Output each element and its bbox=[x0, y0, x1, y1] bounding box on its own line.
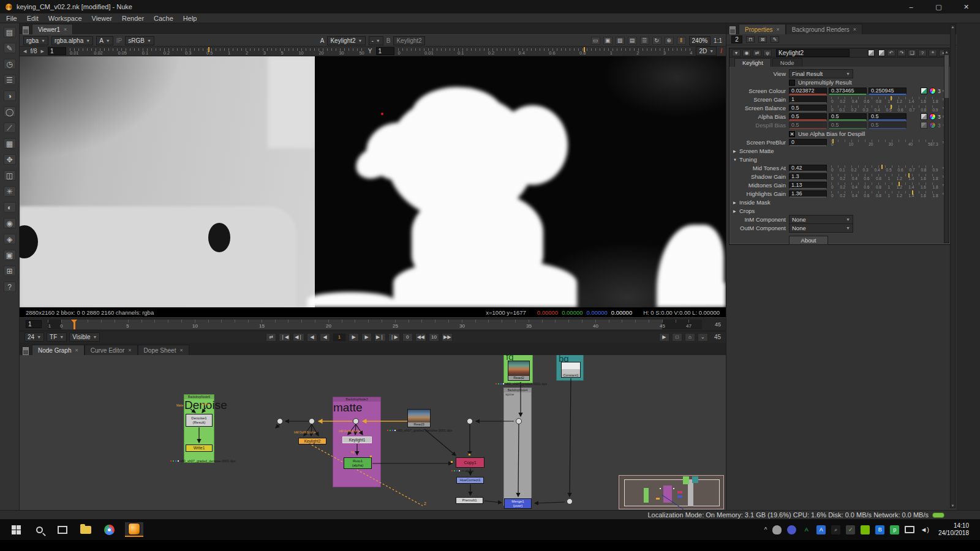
despill-wheel-icon[interactable] bbox=[929, 122, 936, 129]
timeline-ruler[interactable]: -1 0 5 10 15 20 25 30 35 40 45 47 bbox=[48, 320, 702, 329]
node-copy1[interactable]: Copy1 bbox=[456, 457, 484, 468]
word-app-icon[interactable]: A bbox=[816, 525, 826, 534]
screen-gain-slider[interactable]: 00.20.40.60.811.21.41.61.8 bbox=[831, 96, 938, 103]
tab-node[interactable]: Node bbox=[772, 58, 802, 67]
text-color-icon[interactable] bbox=[878, 50, 885, 56]
search-icon[interactable] bbox=[32, 522, 47, 537]
autodesk-icon[interactable]: A bbox=[802, 525, 811, 534]
node-graph-minimap[interactable] bbox=[619, 475, 724, 509]
despill-bias-g-field[interactable]: 0.5 bbox=[829, 122, 867, 129]
toolbar-toolsets-icon[interactable]: ▣ bbox=[4, 250, 16, 260]
toolbar-image-icon[interactable]: ▤ bbox=[4, 27, 16, 37]
highlights-gain-field[interactable]: 1.36 bbox=[789, 190, 827, 198]
node-constant1[interactable]: Constant1 bbox=[561, 362, 581, 378]
play-backward-button[interactable]: ◀ bbox=[320, 333, 330, 342]
gamma-label[interactable]: Y bbox=[368, 48, 372, 54]
panel-scrollbar[interactable]: ▲ bbox=[944, 50, 949, 243]
tab-curve-editor[interactable]: Curve Editor× bbox=[85, 345, 138, 355]
lut-dropdown[interactable]: sRGB▼ bbox=[125, 36, 154, 45]
despill-swatch-icon[interactable] bbox=[921, 122, 927, 129]
node-name-field[interactable]: Keylight2 bbox=[776, 49, 850, 57]
screen-colour-b-field[interactable]: 0.250945 bbox=[869, 88, 907, 95]
tf-dropdown[interactable]: TF▼ bbox=[47, 332, 67, 342]
disable-icon[interactable]: ◉ bbox=[742, 50, 751, 56]
center-node-icon[interactable]: ⌖ bbox=[929, 50, 937, 56]
gamma-slider[interactable]: 00.010.10.20.40.60.81234 bbox=[398, 47, 693, 56]
current-frame-field[interactable]: 1 bbox=[333, 333, 346, 342]
node-read3[interactable]: Read3 bbox=[407, 409, 431, 427]
node-read2[interactable]: Read2 bbox=[508, 361, 530, 381]
gain-next-icon[interactable]: ▶ bbox=[41, 49, 44, 54]
hide-input-icon[interactable]: ⇄ bbox=[753, 50, 761, 56]
menu-edit[interactable]: Edit bbox=[27, 15, 39, 22]
skip-back-button[interactable]: ◀◀ bbox=[415, 333, 426, 342]
sync-range-icon[interactable]: ⇄ bbox=[266, 333, 276, 342]
toolbar-merge-icon[interactable]: ▦ bbox=[4, 138, 16, 149]
tab-keylight[interactable]: Keylight bbox=[734, 58, 771, 67]
gamma-input[interactable]: 1 bbox=[376, 47, 394, 55]
colour-wheel-icon[interactable] bbox=[929, 88, 936, 94]
frame-icon[interactable]: ⊕ bbox=[665, 37, 674, 45]
screen-colour-r-field[interactable]: 0.023872 bbox=[789, 88, 827, 95]
node-keylight2[interactable]: Keylight2 bbox=[298, 438, 326, 444]
input-dropdown[interactable]: A▼ bbox=[96, 36, 113, 45]
visible-dropdown[interactable]: Visible▼ bbox=[69, 332, 100, 342]
node-premult1[interactable]: Premult1 bbox=[456, 497, 483, 504]
prev-keyframe-button[interactable]: ◀❘ bbox=[293, 333, 304, 342]
redo-icon[interactable]: ↷ bbox=[897, 50, 906, 56]
tab-dope-sheet[interactable]: Dope Sheet× bbox=[138, 345, 189, 355]
node-roto1[interactable]: Roto1(alpha) bbox=[344, 457, 372, 469]
unpremultiply-checkbox[interactable] bbox=[789, 80, 795, 86]
use-alpha-bias-checkbox[interactable]: ✕ bbox=[789, 131, 795, 137]
node-huecorrect1[interactable]: HueCorrect1 bbox=[456, 477, 484, 484]
range-in-field[interactable]: 1 bbox=[26, 320, 42, 328]
shadow-gain-slider[interactable]: 00.20.40.60.811.21.41.61.8 bbox=[831, 173, 938, 181]
screen-balance-slider[interactable]: 00.10.20.30.40.50.60.70.80.9 bbox=[831, 105, 938, 112]
toolbar-metadata-icon[interactable]: ◈ bbox=[4, 234, 16, 244]
gain-input[interactable]: 1 bbox=[48, 47, 66, 55]
despill-bias-r-field[interactable]: 0.5 bbox=[789, 122, 827, 129]
toolbar-particles-icon[interactable]: ✳ bbox=[4, 186, 16, 197]
b-input-dropdown[interactable]: Keylight2 bbox=[393, 36, 424, 45]
minimize-button[interactable]: – bbox=[897, 0, 925, 13]
disclosure-icon[interactable]: ▼ bbox=[733, 158, 739, 162]
taskbar-clock[interactable]: 14:10 24/10/2018 bbox=[938, 522, 969, 538]
screen-preblur-slider[interactable]: 010203040587.3 bbox=[831, 139, 938, 146]
shadow-gain-field[interactable]: 1.3 bbox=[789, 173, 827, 181]
toolbar-deep-icon[interactable]: ◐ bbox=[4, 202, 16, 212]
color-swatch-icon[interactable] bbox=[868, 50, 875, 56]
close-icon[interactable]: × bbox=[64, 26, 67, 32]
midtones-gain-field[interactable]: 1.13 bbox=[789, 182, 827, 189]
inm-component-dropdown[interactable]: None▼ bbox=[789, 215, 853, 224]
about-button[interactable]: About bbox=[789, 236, 828, 245]
volume-icon[interactable]: ◄) bbox=[920, 526, 929, 533]
disclosure-icon[interactable]: ▶ bbox=[733, 200, 739, 204]
capture-icon[interactable]: □ bbox=[672, 333, 682, 342]
node-write1[interactable]: Write1 bbox=[186, 444, 213, 452]
prev-frame-button[interactable]: ◀ bbox=[307, 333, 317, 342]
toolbar-transform-icon[interactable]: ✥ bbox=[4, 154, 16, 165]
playhead[interactable] bbox=[74, 320, 75, 329]
toolbar-filter-icon[interactable]: ◯ bbox=[4, 107, 16, 117]
tab-node-graph[interactable]: Node Graph× bbox=[32, 345, 85, 355]
lock-panels-icon[interactable]: ⊓ bbox=[746, 36, 755, 43]
pane-menu-icon[interactable] bbox=[23, 347, 29, 355]
node-graph-canvas[interactable]: BackdropNode6 Denoise BackdropNode3 matt… bbox=[20, 355, 726, 510]
cloud-icon[interactable] bbox=[772, 525, 782, 534]
view-dropdown[interactable]: Final Result▼ bbox=[789, 69, 853, 78]
node-merge1[interactable]: Merge1(over) bbox=[504, 498, 532, 509]
guides-icon[interactable]: ☰ bbox=[640, 37, 649, 45]
fstop-label[interactable]: f/8 bbox=[30, 48, 37, 54]
zoom-level-dropdown[interactable]: 240% bbox=[689, 36, 711, 45]
goto-end-button[interactable]: ❘▶ bbox=[388, 333, 400, 342]
lock-range-icon[interactable]: ⌂ bbox=[685, 333, 695, 342]
highlights-gain-slider[interactable]: 00.20.40.60.811.21.41.61.8 bbox=[831, 190, 938, 198]
gain-prev-icon[interactable]: ◀ bbox=[23, 49, 26, 54]
connection-dot[interactable] bbox=[353, 418, 359, 424]
chrome-icon[interactable] bbox=[102, 522, 116, 537]
pulse-icon[interactable]: p bbox=[890, 525, 899, 534]
toolbar-other-icon[interactable]: ⊞ bbox=[4, 266, 16, 276]
bias-wheel-icon[interactable] bbox=[929, 113, 936, 120]
node-keylight1[interactable]: Keylight1 bbox=[342, 437, 372, 443]
connection-dot[interactable] bbox=[277, 418, 283, 424]
